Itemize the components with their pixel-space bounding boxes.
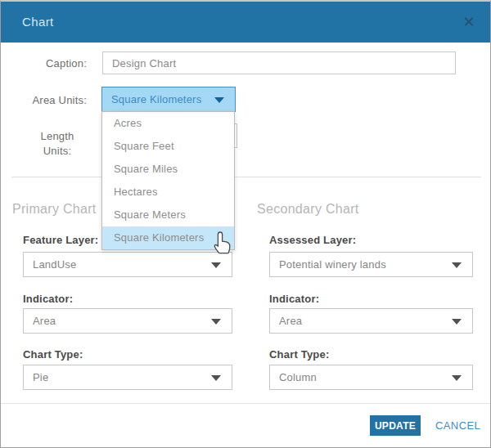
primary-chart-type-label: Chart Type: xyxy=(23,348,83,361)
secondary-chart-type-label: Chart Type: xyxy=(269,348,329,361)
chevron-down-icon xyxy=(211,319,221,325)
primary-indicator-label: Indicator: xyxy=(23,293,73,305)
close-icon[interactable]: ✕ xyxy=(459,12,479,32)
menu-item-square-meters[interactable]: Square Meters xyxy=(102,204,234,226)
dialog-title: Chart xyxy=(22,2,54,43)
assessed-layer-label: Assessed Layer: xyxy=(269,234,356,246)
assessed-layer-value: Potential winery lands xyxy=(279,258,386,271)
chevron-down-icon xyxy=(452,375,462,381)
area-units-dropdown[interactable]: Square Kilometers xyxy=(101,87,236,112)
secondary-chart-heading: Secondary Chart xyxy=(257,202,359,217)
update-button[interactable]: UPDATE xyxy=(370,415,421,436)
primary-indicator-value: Area xyxy=(33,315,56,327)
primary-chart-heading: Primary Chart xyxy=(12,202,97,217)
menu-item-square-miles[interactable]: Square Miles xyxy=(102,158,234,181)
menu-item-square-feet[interactable]: Square Feet xyxy=(102,135,234,158)
primary-chart-type-dropdown[interactable]: Pie xyxy=(23,365,232,390)
primary-chart-type-value: Pie xyxy=(33,371,48,383)
menu-item-hectares[interactable]: Hectares xyxy=(102,181,234,204)
assessed-layer-dropdown[interactable]: Potential winery lands xyxy=(269,252,473,277)
primary-indicator-dropdown[interactable]: Area xyxy=(23,308,232,334)
dialog-header: Chart ✕ xyxy=(1,2,490,43)
chevron-down-icon xyxy=(452,319,462,325)
chevron-down-icon xyxy=(214,97,224,103)
secondary-indicator-label: Indicator: xyxy=(269,293,319,305)
chevron-down-icon xyxy=(452,262,462,268)
caption-input[interactable] xyxy=(102,52,456,74)
chevron-down-icon xyxy=(211,375,221,381)
section-divider xyxy=(11,177,481,177)
area-units-label: Area Units: xyxy=(1,94,87,106)
chart-dialog: Chart ✕ Caption: Area Units: Square Kilo… xyxy=(0,0,491,448)
area-units-value: Square Kilometers xyxy=(111,93,201,105)
secondary-indicator-value: Area xyxy=(279,315,302,327)
length-units-label: Length Units: xyxy=(25,129,89,159)
chevron-down-icon xyxy=(211,262,221,268)
secondary-chart-type-value: Column xyxy=(279,371,317,383)
secondary-indicator-dropdown[interactable]: Area xyxy=(269,308,473,334)
footer-divider xyxy=(1,403,490,404)
caption-label: Caption: xyxy=(1,57,87,69)
feature-layer-value: LandUse xyxy=(33,258,76,271)
pointer-cursor-icon xyxy=(212,230,233,256)
cancel-button[interactable]: CANCEL xyxy=(435,415,480,436)
secondary-chart-type-dropdown[interactable]: Column xyxy=(269,365,473,390)
feature-layer-dropdown[interactable]: LandUse xyxy=(23,252,232,277)
menu-item-acres[interactable]: Acres xyxy=(102,112,234,135)
feature-layer-label: Feature Layer: xyxy=(23,234,98,246)
